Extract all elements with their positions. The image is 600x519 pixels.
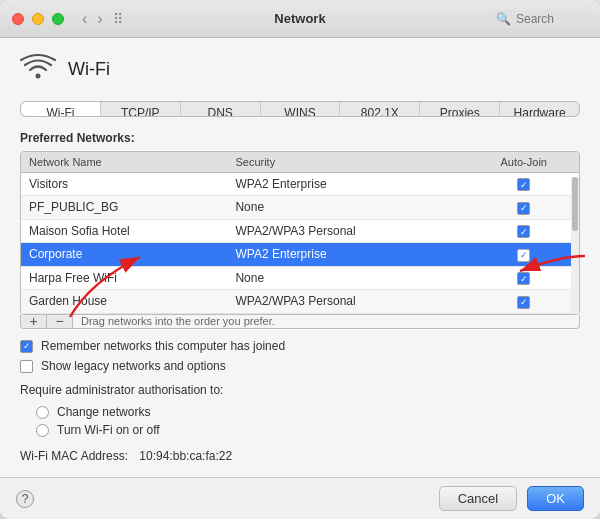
- autojoin-checkbox[interactable]: ✓: [517, 178, 530, 191]
- close-button[interactable]: [12, 13, 24, 25]
- change-networks-label: Change networks: [57, 405, 150, 419]
- content-area: Wi-Fi Wi-Fi TCP/IP DNS WINS 802.1X Proxi…: [0, 38, 600, 477]
- network-security: None: [227, 266, 468, 290]
- search-icon: 🔍: [496, 12, 511, 26]
- back-button[interactable]: ‹: [80, 11, 89, 27]
- remember-networks-label: Remember networks this computer has join…: [41, 339, 285, 353]
- wifi-section: Wi-Fi Wi-Fi TCP/IP DNS WINS 802.1X Proxi…: [0, 38, 600, 477]
- bottom-buttons: Cancel OK: [439, 486, 584, 511]
- scrollbar[interactable]: [571, 177, 579, 314]
- tab-8021x[interactable]: 802.1X: [340, 102, 419, 116]
- table-header-row: Network Name Security Auto-Join: [21, 152, 579, 173]
- networks-area: Network Name Security Auto-Join Visitors…: [20, 151, 580, 315]
- cancel-button[interactable]: Cancel: [439, 486, 517, 511]
- network-name: Harpa Free WiFi: [21, 266, 227, 290]
- change-networks-radio[interactable]: [36, 406, 49, 419]
- preferred-networks-label: Preferred Networks:: [20, 131, 580, 145]
- search-input[interactable]: [516, 12, 586, 26]
- help-button[interactable]: ?: [16, 490, 34, 508]
- search-box: 🔍: [488, 10, 588, 28]
- network-autojoin: ✓: [468, 266, 579, 290]
- network-autojoin: ✓: [468, 196, 579, 220]
- options-section: ✓ Remember networks this computer has jo…: [20, 339, 580, 463]
- network-autojoin: ✓: [468, 219, 579, 243]
- drag-hint: Drag networks into the order you prefer.: [73, 315, 579, 330]
- autojoin-checkbox[interactable]: ✓: [517, 202, 530, 215]
- minimize-button[interactable]: [32, 13, 44, 25]
- col-autojoin: Auto-Join: [468, 152, 579, 173]
- autojoin-checkbox[interactable]: ✓: [517, 225, 530, 238]
- network-security: WPA2 Enterprise: [227, 243, 468, 267]
- show-legacy-checkbox[interactable]: ✓: [20, 360, 33, 373]
- col-security: Security: [227, 152, 468, 173]
- network-security: WPA2/WPA3 Personal: [227, 219, 468, 243]
- tab-wins[interactable]: WINS: [261, 102, 340, 116]
- network-autojoin: ✓: [468, 290, 579, 314]
- table-row[interactable]: Visitors WPA2 Enterprise ✓: [21, 172, 579, 196]
- autojoin-checkbox[interactable]: ✓: [517, 249, 530, 262]
- add-network-button[interactable]: +: [21, 315, 47, 330]
- tab-hardware[interactable]: Hardware: [500, 102, 579, 116]
- ok-button[interactable]: OK: [527, 486, 584, 511]
- admin-wifi-onoff: Turn Wi-Fi on or off: [36, 423, 580, 437]
- network-autojoin: ✓: [468, 243, 579, 267]
- table-row[interactable]: PF_PUBLIC_BG None ✓: [21, 196, 579, 220]
- forward-button[interactable]: ›: [95, 11, 104, 27]
- network-security: WPA2/WPA3 Personal: [227, 290, 468, 314]
- network-name: PF_PUBLIC_BG: [21, 196, 227, 220]
- network-security: None: [227, 196, 468, 220]
- mac-address-value: 10:94:bb:ca:fa:22: [139, 449, 232, 463]
- admin-options: Change networks Turn Wi-Fi on or off: [36, 405, 580, 437]
- option-remember-networks: ✓ Remember networks this computer has jo…: [20, 339, 580, 353]
- admin-change-networks: Change networks: [36, 405, 580, 419]
- grid-icon[interactable]: ⠿: [113, 11, 123, 27]
- show-legacy-label: Show legacy networks and options: [41, 359, 226, 373]
- mac-address-label: Wi-Fi MAC Address:: [20, 449, 128, 463]
- mac-address-row: Wi-Fi MAC Address: 10:94:bb:ca:fa:22: [20, 449, 580, 463]
- col-network-name: Network Name: [21, 152, 227, 173]
- tab-wifi[interactable]: Wi-Fi: [21, 102, 100, 116]
- nav-buttons: ‹ ›: [80, 11, 105, 27]
- titlebar: ‹ › ⠿ Network 🔍: [0, 0, 600, 38]
- remember-networks-checkbox[interactable]: ✓: [20, 340, 33, 353]
- networks-table: Network Name Security Auto-Join Visitors…: [21, 152, 579, 314]
- option-show-legacy: ✓ Show legacy networks and options: [20, 359, 580, 373]
- table-row[interactable]: Garden House WPA2/WPA3 Personal ✓: [21, 290, 579, 314]
- tab-tcpip[interactable]: TCP/IP: [101, 102, 180, 116]
- tab-proxies[interactable]: Proxies: [420, 102, 499, 116]
- require-admin-label: Require administrator authorisation to:: [20, 383, 580, 397]
- scrollbar-thumb[interactable]: [572, 177, 578, 232]
- network-name: Corporate: [21, 243, 227, 267]
- maximize-button[interactable]: [52, 13, 64, 25]
- network-security: WPA2 Enterprise: [227, 172, 468, 196]
- table-row[interactable]: Maison Sofia Hotel WPA2/WPA3 Personal ✓: [21, 219, 579, 243]
- wifi-onoff-label: Turn Wi-Fi on or off: [57, 423, 160, 437]
- wifi-header: Wi-Fi: [20, 52, 580, 87]
- tab-dns[interactable]: DNS: [181, 102, 260, 116]
- autojoin-checkbox[interactable]: ✓: [517, 296, 530, 309]
- svg-point-0: [36, 74, 41, 79]
- wifi-onoff-radio[interactable]: [36, 424, 49, 437]
- network-autojoin: ✓: [468, 172, 579, 196]
- network-name: Visitors: [21, 172, 227, 196]
- wifi-icon: [20, 52, 56, 87]
- table-controls: + − Drag networks into the order you pre…: [20, 315, 580, 330]
- wifi-section-title: Wi-Fi: [68, 59, 110, 80]
- autojoin-checkbox[interactable]: ✓: [517, 272, 530, 285]
- network-name: Maison Sofia Hotel: [21, 219, 227, 243]
- bottom-bar: ? Cancel OK: [0, 477, 600, 519]
- networks-table-wrapper: Network Name Security Auto-Join Visitors…: [20, 151, 580, 315]
- traffic-lights: [12, 13, 64, 25]
- window: ‹ › ⠿ Network 🔍: [0, 0, 600, 519]
- remove-network-button[interactable]: −: [47, 315, 73, 330]
- table-row[interactable]: Harpa Free WiFi None ✓: [21, 266, 579, 290]
- tabs-bar: Wi-Fi TCP/IP DNS WINS 802.1X Proxies Har…: [20, 101, 580, 117]
- table-row-selected[interactable]: Corporate WPA2 Enterprise ✓: [21, 243, 579, 267]
- window-title: Network: [274, 11, 325, 26]
- network-name: Garden House: [21, 290, 227, 314]
